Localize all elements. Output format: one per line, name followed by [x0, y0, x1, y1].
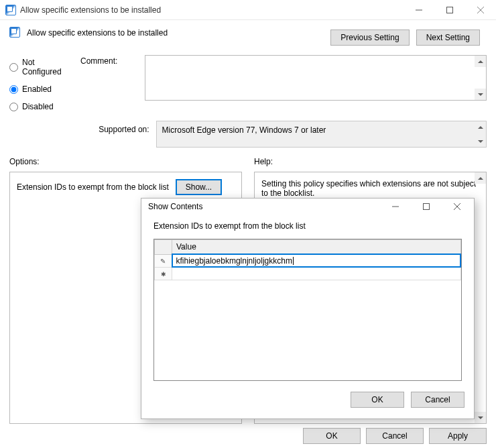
grid-cell-editing[interactable]: kfihiegbjaloebkmglnjnljoljgkkchm [172, 254, 461, 267]
show-button[interactable]: Show... [176, 179, 222, 195]
svg-rect-5 [424, 204, 430, 210]
chevron-up-icon [478, 60, 483, 63]
dialog-ok-button[interactable]: OK [351, 392, 404, 408]
minimize-button[interactable] [404, 0, 434, 19]
svg-rect-1 [447, 7, 453, 13]
apply-button[interactable]: Apply [429, 428, 487, 444]
scroll-up-button[interactable] [475, 172, 486, 184]
radio-enabled-input[interactable] [9, 85, 18, 94]
supported-on-value-box: Microsoft Edge version 77, Windows 7 or … [156, 121, 487, 148]
chevron-down-icon [478, 140, 483, 143]
dialog-buttons: OK Cancel Apply [303, 428, 487, 444]
page-heading: Allow specific extensions to be installe… [27, 27, 324, 38]
dialog-maximize-button[interactable] [411, 199, 442, 215]
window-buttons [404, 0, 496, 19]
policy-icon [9, 27, 20, 38]
window-title: Allow specific extensions to be installe… [20, 5, 404, 15]
next-setting-button[interactable]: Next Setting [416, 30, 480, 46]
options-header: Options: [9, 157, 242, 166]
cell-value: kfihiegbjaloebkmglnjnljoljgkkchm [176, 256, 292, 266]
chevron-up-icon [478, 126, 483, 129]
grid-corner [155, 240, 172, 255]
row-marker-edit [155, 254, 172, 267]
new-row-icon [161, 269, 166, 278]
supported-on-value: Microsoft Edge version 77, Windows 7 or … [162, 125, 326, 135]
radio-enabled[interactable]: Enabled [9, 85, 70, 94]
dialog-close-button[interactable] [442, 199, 473, 215]
radio-label: Disabled [22, 102, 54, 111]
help-text: Setting this policy specifies which exte… [261, 179, 476, 198]
row-marker-new [155, 267, 172, 280]
value-grid[interactable]: Value kfihiegbjaloebkmglnjnljoljgkkchm [153, 239, 462, 381]
radio-disabled[interactable]: Disabled [9, 102, 70, 111]
radio-disabled-input[interactable] [9, 103, 18, 111]
comment-label: Comment: [80, 55, 138, 101]
grid-row[interactable]: kfihiegbjaloebkmglnjnljoljgkkchm [155, 254, 461, 267]
titlebar: Allow specific extensions to be installe… [0, 0, 496, 20]
radio-not-configured-input[interactable] [9, 63, 18, 72]
comment-textarea[interactable] [145, 55, 487, 101]
chevron-down-icon [478, 93, 483, 96]
scroll-down-button[interactable] [475, 89, 486, 100]
grid-column-header[interactable]: Value [172, 240, 461, 255]
dialog-cancel-button[interactable]: Cancel [411, 392, 464, 408]
previous-setting-button[interactable]: Previous Setting [330, 30, 409, 46]
dialog-title: Show Contents [148, 202, 380, 211]
help-header: Help: [254, 157, 487, 166]
dialog-titlebar: Show Contents [141, 199, 474, 215]
maximize-button[interactable] [434, 0, 465, 19]
chevron-up-icon [478, 177, 483, 180]
radio-label: Not Configured [22, 58, 70, 76]
text-caret [292, 256, 294, 266]
dialog-subtitle: Extension IDs to exempt from the block l… [153, 221, 462, 231]
scroll-down-button[interactable] [475, 135, 486, 147]
show-contents-dialog: Show Contents Extension IDs to exempt fr… [141, 198, 475, 419]
dialog-minimize-button[interactable] [380, 199, 411, 215]
scroll-up-button[interactable] [475, 56, 486, 67]
scroll-up-button[interactable] [475, 121, 486, 133]
supported-on-label: Supported on: [9, 121, 149, 148]
state-radio-group: Not Configured Enabled Disabled [9, 55, 70, 111]
options-line-label: Extension IDs to exempt from the block l… [17, 182, 169, 192]
grid-cell[interactable] [172, 267, 461, 280]
ok-button[interactable]: OK [303, 428, 361, 444]
pencil-icon [160, 256, 166, 266]
chevron-down-icon [478, 416, 483, 419]
cancel-button[interactable]: Cancel [366, 428, 424, 444]
radio-not-configured[interactable]: Not Configured [9, 58, 70, 76]
close-button[interactable] [465, 0, 496, 19]
radio-label: Enabled [22, 85, 52, 94]
scroll-down-button[interactable] [475, 412, 486, 423]
grid-row[interactable] [155, 267, 461, 280]
policy-icon [5, 5, 16, 15]
